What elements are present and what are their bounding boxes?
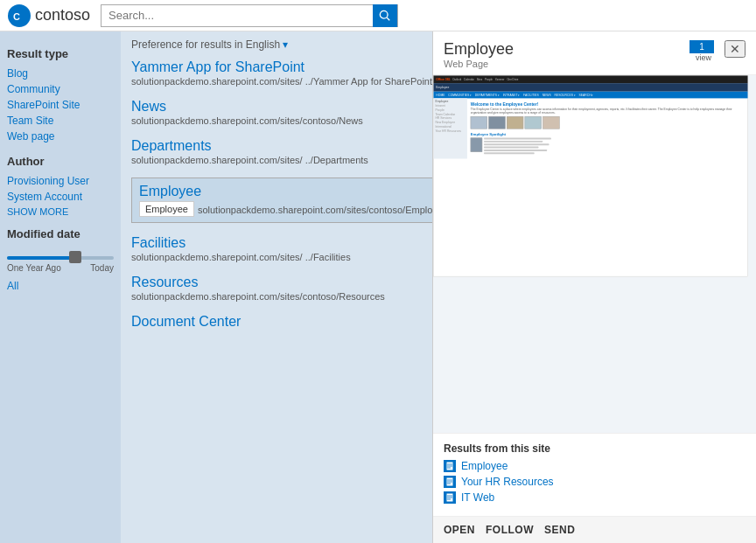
- send-button[interactable]: SEND: [544, 524, 575, 536]
- preview-result-hr-icon: [444, 476, 456, 488]
- follow-button[interactable]: FOLLOW: [486, 524, 534, 536]
- sidebar: Result type Blog Community SharePoint Si…: [0, 31, 121, 543]
- preview-panel: Employee Web Page 1 view ✕ Office 365 Ou…: [432, 31, 756, 543]
- preview-result-itweb: IT Web: [444, 491, 746, 504]
- show-more-button[interactable]: SHOW MORE: [7, 206, 114, 217]
- logo: C contoso: [7, 3, 90, 28]
- mini-heading: Welcome to the Employee Center!: [471, 101, 745, 106]
- mini-o365-logo: Office 365: [436, 78, 450, 80]
- preview-results: Results from this site Employee Your HR …: [433, 433, 756, 516]
- preview-title: Employee: [444, 40, 690, 59]
- author-heading: Author: [7, 155, 114, 168]
- mini-body: Welcome to the Employee Center! The Empl…: [467, 98, 748, 158]
- preview-result-employee-link[interactable]: Employee: [461, 460, 508, 472]
- result-type-heading: Result type: [7, 47, 114, 60]
- sidebar-item-team-site[interactable]: Team Site: [7, 113, 114, 129]
- mini-sub-nav: HOME COMMUNITIES ▾ DEPARTMENTS ▾ INTRANE…: [433, 92, 747, 99]
- preview-actions: OPEN FOLLOW SEND: [433, 516, 756, 543]
- sidebar-all-link[interactable]: All: [7, 280, 114, 292]
- preference-link[interactable]: ▾: [283, 38, 288, 51]
- search-button[interactable]: [373, 4, 397, 27]
- preview-header: Employee Web Page 1 view ✕: [433, 31, 756, 75]
- search-icon: [379, 10, 391, 22]
- result-employee-url: solutionpackdemo.sharepoint.com/sites/co…: [198, 205, 448, 215]
- mini-browser: Office 365 Outlook Calendar Sites People…: [433, 75, 748, 276]
- mini-pics: [471, 116, 745, 129]
- sidebar-item-system-account[interactable]: System Account: [7, 189, 114, 205]
- sidebar-item-web-page[interactable]: Web page: [7, 129, 114, 144]
- mini-text-lines: [484, 138, 551, 156]
- preview-subtitle: Web Page: [444, 59, 690, 69]
- svg-line-3: [387, 17, 389, 20]
- preview-result-employee-icon: [444, 460, 456, 472]
- preview-result-hr-link[interactable]: Your HR Resources: [461, 476, 554, 488]
- preview-screenshot: Office 365 Outlook Calendar Sites People…: [433, 75, 756, 433]
- mini-o365-bar: Office 365 Outlook Calendar Sites People…: [433, 75, 747, 83]
- logo-text: contoso: [35, 6, 90, 24]
- header: C contoso: [0, 0, 756, 31]
- date-from-label: One Year Ago: [7, 263, 61, 273]
- date-to-label: Today: [90, 263, 114, 273]
- document-icon-2: [445, 477, 454, 486]
- preview-close-button[interactable]: ✕: [724, 40, 746, 58]
- modified-date-heading: Modified date: [7, 227, 114, 240]
- sidebar-item-sharepoint-site[interactable]: SharePoint Site: [7, 97, 114, 113]
- mini-spotlight-body: [471, 138, 745, 156]
- preview-title-section: Employee Web Page: [444, 40, 690, 69]
- preview-result-itweb-icon: [444, 491, 456, 504]
- preview-view-label: view: [696, 53, 711, 62]
- preference-text: Preference for results in English: [131, 38, 280, 51]
- document-icon: [445, 462, 454, 470]
- preview-result-employee: Employee: [444, 460, 746, 472]
- sidebar-item-community[interactable]: Community: [7, 81, 114, 97]
- sidebar-item-provisioning-user[interactable]: Provisioning User: [7, 173, 114, 189]
- main-layout: Result type Blog Community SharePoint Si…: [0, 31, 756, 543]
- employee-tooltip: Employee: [139, 201, 194, 217]
- mini-person-image: [471, 138, 482, 152]
- preview-result-itweb-link[interactable]: IT Web: [461, 491, 494, 504]
- preview-results-title: Results from this site: [444, 442, 746, 455]
- open-button[interactable]: OPEN: [444, 524, 475, 536]
- search-input[interactable]: [102, 9, 373, 22]
- mini-nav: Employee: [433, 83, 747, 92]
- date-slider-track: [7, 256, 114, 260]
- sidebar-item-blog[interactable]: Blog: [7, 66, 114, 81]
- search-box: [101, 4, 398, 27]
- svg-text:C: C: [13, 11, 20, 22]
- contoso-logo-icon: C: [7, 3, 32, 28]
- mini-spotlight-title: Employee Spotlight: [471, 132, 745, 136]
- date-labels: One Year Ago Today: [7, 263, 114, 273]
- preview-view-count: 1: [690, 40, 714, 53]
- preview-result-hr: Your HR Resources: [444, 476, 746, 488]
- document-icon-3: [445, 493, 454, 502]
- svg-point-2: [380, 10, 388, 18]
- date-slider-thumb[interactable]: [69, 251, 81, 263]
